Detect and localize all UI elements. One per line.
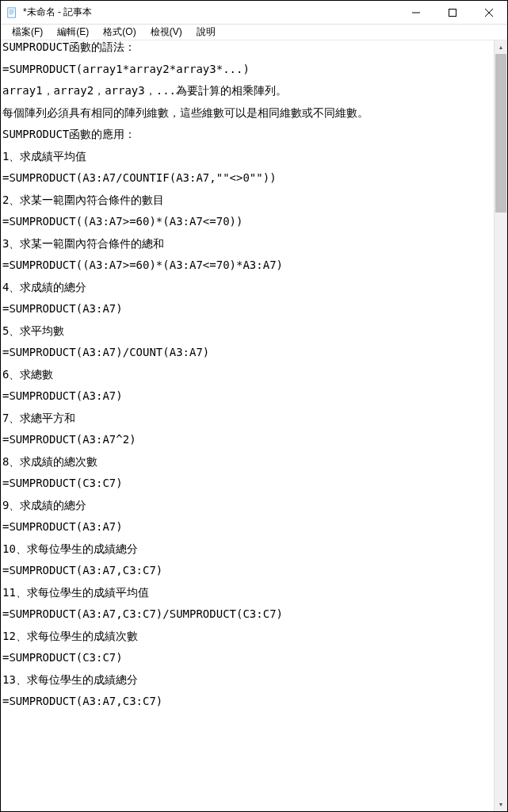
text-line: =SUMPRODUCT(A3:A7) — [2, 302, 492, 316]
text-line — [2, 316, 492, 324]
text-line: =SUMPRODUCT(A3:A7,C3:C7) — [2, 695, 492, 709]
text-line: SUMPRODUCT函數的語法： — [2, 40, 492, 55]
menu-view[interactable]: 檢視(V) — [144, 24, 189, 40]
text-line: =SUMPRODUCT(A3:A7,C3:C7) — [2, 564, 492, 578]
text-line — [2, 338, 492, 346]
text-line — [2, 55, 492, 63]
text-line — [2, 425, 492, 433]
text-line — [2, 186, 492, 193]
content-area: SUMPRODUCT函數的語法：=SUMPRODUCT(array1*array… — [1, 40, 507, 811]
notepad-icon — [6, 6, 18, 19]
notepad-window: *未命名 - 記事本 檔案(F) 編輯(E) 格式(O) 檢視(V) 說明 SU… — [0, 0, 508, 812]
text-line: =SUMPRODUCT(array1*array2*array3*...) — [2, 63, 492, 77]
text-line — [2, 622, 492, 630]
text-line: 6、求總數 — [2, 368, 492, 382]
text-line: =SUMPRODUCT(A3:A7/COUNTIF(A3:A7,""<>0"")… — [2, 171, 492, 186]
text-line: 4、求成績的總分 — [2, 281, 492, 295]
text-line: 12、求每位學生的成績次數 — [2, 630, 492, 644]
menu-format[interactable]: 格式(O) — [97, 24, 142, 40]
scroll-down-arrow[interactable]: ▾ — [495, 798, 507, 811]
text-line: =SUMPRODUCT(A3:A7) — [2, 520, 492, 534]
menu-help[interactable]: 說明 — [190, 24, 222, 40]
text-line: =SUMPRODUCT(A3:A7^2) — [2, 433, 492, 447]
text-line: 11、求每位學生的成績平均值 — [2, 586, 492, 600]
text-line: 10、求每位學生的成績總分 — [2, 542, 492, 557]
text-line: 7、求總平方和 — [2, 412, 492, 426]
text-line — [2, 98, 492, 106]
text-line — [2, 360, 492, 368]
text-line — [2, 534, 492, 542]
window-controls — [398, 1, 507, 24]
text-editor[interactable]: SUMPRODUCT函數的語法：=SUMPRODUCT(array1*array… — [1, 40, 494, 811]
text-line — [2, 142, 492, 150]
maximize-button[interactable] — [434, 1, 471, 24]
minimize-button[interactable] — [398, 1, 434, 24]
text-line — [2, 163, 492, 171]
text-line: 13、求每位學生的成績總分 — [2, 673, 492, 688]
text-line: array1，array2，array3，...為要計算的相乘陣列。 — [2, 84, 492, 98]
scroll-thumb[interactable] — [495, 54, 506, 213]
menu-file[interactable]: 檔案(F) — [6, 24, 49, 40]
window-title: *未命名 - 記事本 — [23, 6, 92, 19]
text-line — [2, 469, 492, 477]
text-line: 5、求平均數 — [2, 324, 492, 339]
text-line: =SUMPRODUCT(C3:C7) — [2, 651, 492, 665]
menu-edit[interactable]: 編輯(E) — [51, 24, 95, 40]
text-line — [2, 273, 492, 281]
text-line: =SUMPRODUCT((A3:A7>=60)*(A3:A7<=70)*A3:A… — [2, 259, 492, 273]
text-line: SUMPRODUCT函數的應用： — [2, 128, 492, 142]
text-line — [2, 643, 492, 651]
text-line — [2, 229, 492, 237]
svg-rect-6 — [449, 9, 456, 16]
close-button[interactable] — [471, 1, 507, 24]
text-line: =SUMPRODUCT(A3:A7,C3:C7)/SUMPRODUCT(C3:C… — [2, 607, 492, 622]
text-line — [2, 556, 492, 564]
text-line — [2, 599, 492, 607]
vertical-scrollbar[interactable]: ▴ ▾ — [494, 40, 507, 811]
text-line — [2, 687, 492, 695]
text-line — [2, 491, 492, 499]
text-line: =SUMPRODUCT(A3:A7) — [2, 389, 492, 404]
text-line: 8、求成績的總次數 — [2, 455, 492, 469]
text-line: =SUMPRODUCT(A3:A7)/COUNT(A3:A7) — [2, 346, 492, 360]
text-line: 每個陣列必須具有相同的陣列維數，這些維數可以是相同維數或不同維數。 — [2, 106, 492, 121]
scroll-up-arrow[interactable]: ▴ — [495, 40, 507, 54]
text-line: 9、求成績的總分 — [2, 499, 492, 513]
text-line — [2, 76, 492, 84]
text-line — [2, 381, 492, 389]
titlebar[interactable]: *未命名 - 記事本 — [1, 1, 507, 25]
text-line — [2, 665, 492, 673]
menubar: 檔案(F) 編輯(E) 格式(O) 檢視(V) 說明 — [1, 25, 507, 40]
text-line: 2、求某一範圍內符合條件的數目 — [2, 193, 492, 208]
text-line — [2, 251, 492, 259]
text-line — [2, 447, 492, 455]
text-line: =SUMPRODUCT(C3:C7) — [2, 477, 492, 491]
text-line — [2, 207, 492, 215]
text-line: 3、求某一範圍內符合條件的總和 — [2, 237, 492, 251]
text-line — [2, 512, 492, 520]
text-line: 1、求成績平均值 — [2, 150, 492, 164]
text-line — [2, 120, 492, 128]
text-line — [2, 578, 492, 586]
text-line: =SUMPRODUCT((A3:A7>=60)*(A3:A7<=70)) — [2, 215, 492, 229]
text-line — [2, 294, 492, 302]
titlebar-left: *未命名 - 記事本 — [6, 6, 92, 19]
text-line — [2, 404, 492, 412]
